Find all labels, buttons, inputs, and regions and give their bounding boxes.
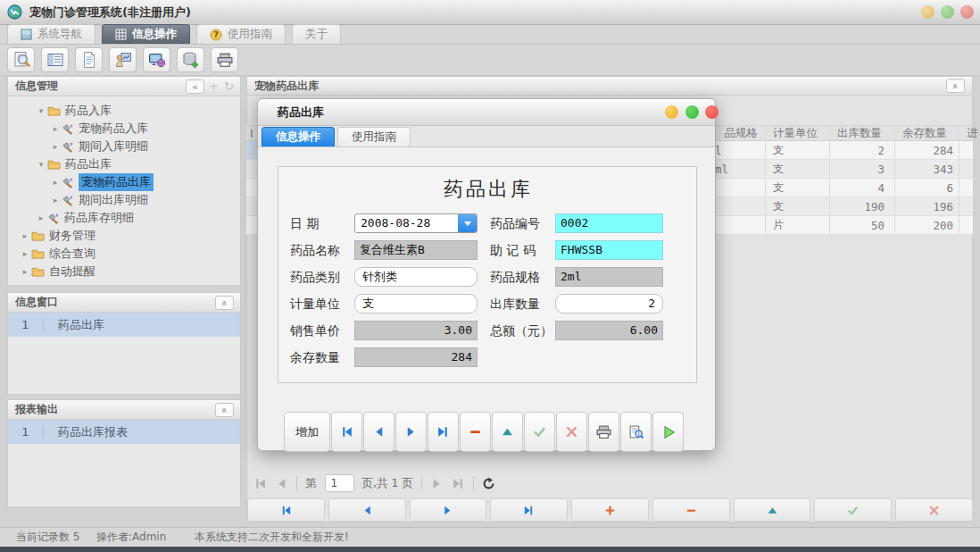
printer-icon [217, 53, 233, 68]
unit-field[interactable]: 支 [354, 294, 478, 314]
collapse-up-button[interactable]: « [946, 79, 965, 93]
remain-field: 284 [354, 347, 478, 367]
last-record-button[interactable] [490, 498, 568, 522]
dialog-minimize-button[interactable] [665, 105, 678, 119]
dialog-tab-user-guide[interactable]: 使用指南 [337, 127, 411, 146]
prev-page-icon[interactable] [275, 477, 288, 490]
grid-header-unit[interactable]: 计量单位 [766, 126, 830, 140]
search-button[interactable] [7, 47, 35, 72]
category-field[interactable]: 针剂类 [354, 267, 478, 287]
out-qty-field[interactable]: 2 [555, 294, 663, 314]
tree-item-finance[interactable]: ▸ 财务管理 [8, 227, 240, 245]
add-record-button[interactable] [571, 498, 649, 522]
tree-item-period-out-detail[interactable]: ▸ 期间出库明细 [8, 191, 240, 209]
collapse-up-button[interactable]: « [215, 403, 234, 417]
next-record-button[interactable] [395, 412, 427, 452]
edit-record-button[interactable] [492, 412, 523, 452]
refresh-icon[interactable] [482, 477, 495, 490]
drug-name-field: 复合维生素B [354, 240, 478, 260]
plus-icon[interactable]: + [209, 79, 219, 94]
monitor-button[interactable] [143, 47, 170, 72]
tree-item-auto-remind[interactable]: ▸ 自动提醒 [8, 263, 240, 280]
collapsed-arrow-icon[interactable]: ▸ [49, 196, 62, 205]
document-button[interactable] [75, 47, 103, 72]
confirm-button[interactable] [524, 412, 555, 452]
maximize-button[interactable] [941, 5, 954, 19]
list-view-button[interactable] [41, 47, 69, 72]
minus-icon [469, 425, 482, 439]
operator-status: 操作者:Admin [96, 530, 166, 545]
edit-record-button[interactable] [734, 498, 811, 522]
drug-no-field[interactable]: 0002 [555, 213, 663, 233]
tree-item-drug-in[interactable]: ▾ 药品入库 [8, 102, 240, 120]
next-record-button[interactable] [410, 498, 487, 522]
tab-about[interactable]: 关于 [292, 24, 341, 44]
total-label: 总额（元） [490, 321, 552, 340]
last-record-button[interactable] [428, 412, 459, 452]
minimize-button[interactable] [921, 5, 934, 19]
collapsed-arrow-icon[interactable]: ▸ [49, 142, 62, 151]
database-add-icon [182, 51, 200, 69]
collapsed-arrow-icon[interactable]: ▸ [19, 267, 31, 276]
tree-item-query[interactable]: ▸ 综合查询 [8, 245, 240, 263]
collapsed-arrow-icon[interactable]: ▸ [49, 124, 62, 133]
print-preview-button[interactable] [620, 412, 652, 452]
collapsed-arrow-icon[interactable]: ▸ [19, 231, 31, 240]
page-number-input[interactable] [325, 474, 354, 492]
selected-tree-item: 宠物药品出库 [79, 173, 154, 191]
tab-user-guide[interactable]: 使用指南 [196, 24, 286, 44]
tree-item-drug-out[interactable]: ▾ 药品出库 [8, 155, 240, 173]
first-page-icon[interactable] [253, 477, 267, 490]
prev-record-button[interactable] [363, 412, 394, 452]
first-icon [340, 425, 353, 439]
cancel-button[interactable] [895, 498, 973, 522]
grid-header-spec[interactable]: 品规格 [710, 126, 766, 140]
collapse-up-button[interactable]: « [215, 296, 234, 310]
mnemonic-field[interactable]: FHWSSB [555, 240, 663, 260]
collapsed-arrow-icon[interactable]: ▸ [49, 178, 62, 187]
print-button[interactable] [211, 47, 238, 72]
grid-header-purchase[interactable]: 进 [959, 126, 973, 140]
collapsed-arrow-icon[interactable]: ▸ [19, 249, 31, 258]
folder-icon [31, 248, 45, 259]
collapsed-arrow-icon[interactable]: ▸ [35, 213, 47, 222]
tab-system-nav[interactable]: 系统导航 [7, 24, 96, 44]
confirm-button[interactable] [814, 498, 892, 522]
database-add-button[interactable] [177, 47, 204, 72]
last-page-icon[interactable] [452, 477, 465, 490]
grid-header-out-qty[interactable]: 出库数量 [830, 126, 895, 140]
dialog-form-groupbox: 药品出库 日 期 2008-08-28 药品编号 0002 药品名称 复合维生素… [278, 166, 697, 383]
tab-info-operation[interactable]: 信息操作 [102, 24, 190, 44]
combo-dropdown-button[interactable] [458, 214, 477, 232]
tree-item-drug-stock-detail[interactable]: ▸ 药品库存明细 [8, 209, 240, 227]
dialog-close-button[interactable] [705, 105, 718, 119]
remain-label: 余存数量 [290, 347, 340, 367]
operator-report-button[interactable] [109, 47, 137, 72]
info-window-item[interactable]: 1 药品出库 [8, 313, 240, 337]
first-record-button[interactable] [331, 412, 362, 452]
delete-record-button[interactable] [652, 498, 730, 522]
cancel-button[interactable] [556, 412, 587, 452]
tree-item-period-in-detail[interactable]: ▸ 期间入库明细 [8, 138, 240, 155]
expanded-arrow-icon[interactable]: ▾ [35, 106, 47, 115]
prev-record-button[interactable] [328, 498, 406, 522]
dialog-title: 药品出库 [278, 105, 324, 121]
collapse-left-button[interactable]: « [186, 79, 204, 94]
dialog-maximize-button[interactable] [685, 105, 699, 119]
first-record-button[interactable] [247, 498, 325, 522]
tree-item-pet-drug-out[interactable]: ▸ 宠物药品出库 [8, 173, 240, 191]
grid-header-remain-qty[interactable]: 余存数量 [895, 126, 959, 140]
dialog-tab-info-operation[interactable]: 信息操作 [262, 127, 335, 146]
date-combobox[interactable]: 2008-08-28 [354, 213, 478, 233]
report-output-item[interactable]: 1 药品出库报表 [8, 420, 240, 444]
close-button[interactable] [960, 5, 974, 19]
add-button[interactable]: 增加 [284, 412, 330, 452]
run-button[interactable] [652, 412, 684, 452]
tool-icon [62, 195, 74, 206]
expanded-arrow-icon[interactable]: ▾ [35, 160, 47, 169]
tree-item-pet-drug-in[interactable]: ▸ 宠物药品入库 [8, 120, 240, 138]
print-button[interactable] [588, 412, 619, 452]
delete-record-button[interactable] [460, 412, 491, 452]
next-page-icon[interactable] [430, 477, 444, 490]
refresh-icon[interactable]: ↻ [224, 79, 234, 94]
